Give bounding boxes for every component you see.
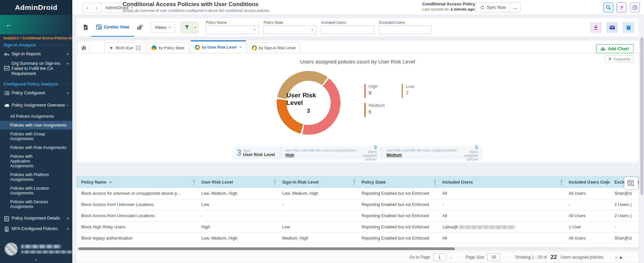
col-policy-state[interactable]: Policy State: [357, 176, 438, 188]
sidebar-item-policy-assignment-details[interactable]: Policy Assignment Details +: [0, 216, 72, 222]
excluded-users-input[interactable]: [379, 25, 432, 34]
nav-forward-button[interactable]: ›: [92, 3, 101, 12]
table-row[interactable]: Block Access from Unknown Locations Low …: [76, 199, 639, 210]
horizontal-scrollbar[interactable]: [77, 247, 639, 250]
col-included-users[interactable]: Included Users: [438, 176, 564, 188]
expand-plus-icon[interactable]: +: [65, 61, 69, 66]
sidebar-subitem-all-policies[interactable]: All Policies Assignments: [0, 112, 72, 121]
legend-item-medium[interactable]: Medium 5: [364, 103, 402, 117]
view-switcher: Combo View: [80, 18, 146, 37]
col-signin-risk-level[interactable]: Sign-in Risk Level: [277, 176, 357, 188]
combo-view-tab[interactable]: Combo View: [91, 18, 134, 37]
legend-item-low[interactable]: Low 7: [402, 84, 439, 98]
sidebar-subitem-platform-assignments[interactable]: Policies with Platform Assignments: [0, 170, 54, 184]
sidebar-subitem-role-assignments[interactable]: Policies with Role Assignments: [0, 143, 72, 152]
column-menu-icon[interactable]: [561, 180, 562, 185]
chart-legend: High 9 Low 7 Medium 5: [364, 84, 439, 117]
sidebar-item-signin-reports[interactable]: Sign-in Reports +: [0, 52, 72, 58]
min-name-link[interactable]: Medium: [386, 153, 456, 157]
sidebar-subitem-location-assignments[interactable]: Policies with Location Assignments: [0, 184, 54, 198]
sync-now-button[interactable]: Sync Now: [476, 3, 510, 12]
history-button[interactable]: [630, 2, 640, 13]
expand-icon[interactable]: [135, 45, 141, 51]
chart-row: User Risk Level 3 High 9 Low 7: [76, 71, 639, 135]
sidebar-subitem-devices-assignments[interactable]: Policies with Devices Assignments: [0, 198, 54, 211]
table-row[interactable]: Block access for unknown or unsupported …: [76, 188, 639, 199]
help-button[interactable]: ?: [617, 2, 627, 13]
prev-page-button[interactable]: ◀: [614, 256, 617, 259]
goto-page-input[interactable]: [433, 253, 446, 261]
sidebar-subitem-application-assignments[interactable]: Policies with Application Assignments: [0, 152, 54, 170]
table-row[interactable]: Block High Risky Users High Low Reportin…: [76, 222, 639, 233]
views-dropdown[interactable]: Views ▾: [150, 22, 175, 33]
sidebar-item-mfa-configured-policies[interactable]: MFA Configured Policies +: [0, 226, 72, 233]
tab-by-signin-risk-level[interactable]: by Sign-in Risk Level: [247, 42, 300, 53]
column-menu-icon[interactable]: [435, 180, 436, 185]
sync-now-label: Sync Now: [487, 5, 506, 10]
grid-view-button[interactable]: [80, 21, 91, 34]
email-button[interactable]: [606, 22, 618, 33]
column-menu-icon[interactable]: [354, 180, 355, 185]
user-profile-area[interactable]: [0, 243, 72, 256]
add-chart-button[interactable]: Add Chart: [596, 44, 633, 53]
table-row[interactable]: Block Access from Untrusted Locations - …: [76, 210, 639, 222]
chart-view-button[interactable]: [134, 21, 146, 34]
sidebar-item-policy-assignment-overview[interactable]: Policy Assignment Overview −: [0, 103, 72, 109]
sidebar-item-label: Org Summary on Sign-ins Failed to Fulfil…: [12, 61, 65, 76]
column-menu-icon[interactable]: [194, 180, 195, 185]
column-menu-icon[interactable]: [607, 180, 608, 185]
synced-value: a minute ago: [450, 7, 475, 11]
filter-button[interactable]: [181, 22, 192, 33]
filter-dropdown-caret[interactable]: ▾: [192, 22, 198, 33]
sidebar-collapse-chevron[interactable]: ‹: [0, 257, 72, 263]
cell-included-users: -: [438, 199, 564, 210]
col-user-risk-level[interactable]: User Risk Level: [197, 176, 277, 188]
sidebar-item-policy-configured[interactable]: Policy Configured +: [0, 91, 72, 97]
cell-included-count: All Users: [564, 188, 610, 199]
column-menu-icon[interactable]: [274, 180, 275, 185]
next-page-button[interactable]: ▶: [620, 256, 623, 259]
expand-plus-icon[interactable]: +: [65, 91, 69, 96]
included-users-input[interactable]: [321, 25, 374, 34]
showing-text: Showing 1 - 20 of: [515, 255, 547, 260]
more-options-button[interactable]: ...: [510, 3, 520, 12]
tab-birds-eye[interactable]: Bird's Eye: [104, 42, 146, 53]
column-chooser-button[interactable]: [624, 177, 638, 189]
col-included-users-count[interactable]: Included Users Count: [564, 176, 610, 188]
expand-plus-icon[interactable]: +: [65, 216, 69, 221]
legend-item-high[interactable]: High 9: [364, 84, 402, 98]
vertical-scrollbar[interactable]: [640, 15, 644, 263]
sidebar-item-org-summary[interactable]: Org Summary on Sign-ins Failed to Fulfil…: [0, 61, 72, 76]
redacted-email: [458, 225, 515, 229]
legend-value: 9: [369, 90, 378, 96]
tab-label: by User Risk Level: [202, 45, 237, 49]
max-name-link[interactable]: High: [285, 153, 356, 157]
chart-list-button[interactable]: [78, 41, 90, 53]
policy-name-select[interactable]: ▼: [206, 25, 259, 34]
tab-by-user-risk-level[interactable]: by User Risk Level ×: [190, 40, 246, 53]
expand-plus-icon[interactable]: +: [65, 226, 69, 231]
collapse-minus-icon[interactable]: −: [65, 103, 69, 108]
vertical-scrollbar-thumb[interactable]: [640, 37, 643, 195]
search-button[interactable]: [603, 2, 613, 13]
cell-excluded-users: Shan@sl: [610, 233, 639, 244]
customize-button[interactable]: Customize: [605, 55, 633, 62]
policy-state-select[interactable]: ▼: [263, 25, 316, 34]
sidebar-subitem-group-assignments[interactable]: Policies with Group Assignments: [0, 130, 72, 143]
nav-back-button[interactable]: ‹: [83, 3, 92, 12]
table-row[interactable]: Block legacy authentication Low, Medium,…: [76, 233, 639, 244]
tab-by-policy-state[interactable]: by Policy State: [147, 42, 189, 53]
goto-enter-icon[interactable]: ←: [449, 255, 454, 260]
cell-included-count: All Users: [564, 233, 610, 244]
col-policy-name[interactable]: Policy Name: [76, 176, 197, 188]
schedule-button[interactable]: [623, 22, 634, 33]
horizontal-scrollbar-thumb[interactable]: [78, 247, 455, 250]
page-size-input[interactable]: [487, 253, 500, 261]
page-subtitle: Shows an overview of user conditions con…: [123, 8, 270, 13]
close-icon[interactable]: ×: [239, 45, 242, 50]
column-label: Included Users Count: [569, 180, 610, 185]
download-button[interactable]: [590, 22, 602, 33]
expand-plus-icon[interactable]: +: [65, 52, 69, 57]
sidebar-subitem-user-assignments[interactable]: Policies with User Assignments: [0, 121, 72, 130]
back-arrow-icon[interactable]: ←: [5, 21, 12, 29]
